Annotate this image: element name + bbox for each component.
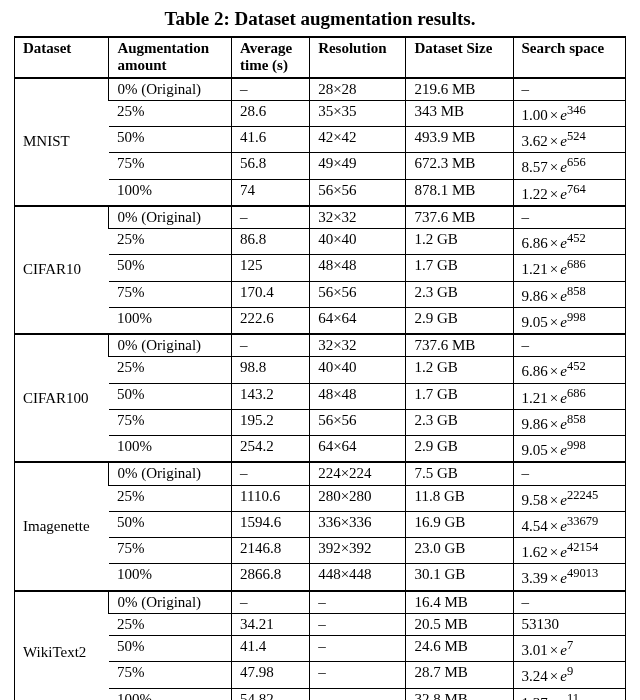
dataset-name: CIFAR100	[15, 334, 109, 462]
times-icon: ×	[548, 261, 560, 277]
time-cell: 56.8	[232, 153, 310, 179]
augmentation-cell: 50%	[109, 636, 232, 662]
time-cell: 195.2	[232, 409, 310, 435]
col-resolution: Resolution	[310, 37, 406, 78]
search-coef: 1.37	[522, 695, 548, 701]
search-coef: 1.22	[522, 186, 548, 202]
augmentation-cell: 100%	[109, 307, 232, 334]
search-exp: 33679	[567, 514, 598, 528]
resolution-cell: 64×64	[310, 436, 406, 463]
search-space-cell: 53130	[513, 613, 625, 635]
dataset-name: WikiText2	[15, 591, 109, 701]
augmentation-cell: 25%	[109, 357, 232, 383]
time-cell: 28.6	[232, 100, 310, 126]
table-caption: Table 2: Dataset augmentation results.	[14, 8, 626, 30]
resolution-cell: 49×49	[310, 153, 406, 179]
time-cell: 34.21	[232, 613, 310, 635]
augmentation-cell: 25%	[109, 485, 232, 511]
size-cell: 1.2 GB	[406, 357, 513, 383]
time-cell: –	[232, 591, 310, 614]
size-cell: 493.9 MB	[406, 127, 513, 153]
time-cell: –	[232, 206, 310, 229]
search-space-cell: 3.62×e524	[513, 127, 625, 153]
resolution-cell: 392×392	[310, 538, 406, 564]
resolution-cell: 336×336	[310, 511, 406, 537]
col-dataset: Dataset	[15, 37, 109, 78]
size-cell: 16.4 MB	[406, 591, 513, 614]
search-coef: 9.05	[522, 442, 548, 458]
time-cell: –	[232, 334, 310, 357]
size-cell: 672.3 MB	[406, 153, 513, 179]
augmentation-cell: 25%	[109, 229, 232, 255]
search-coef: 3.62	[522, 133, 548, 149]
search-space-cell: 3.01×e7	[513, 636, 625, 662]
col-size: Dataset Size	[406, 37, 513, 78]
search-base: e	[560, 133, 567, 149]
search-base: e	[560, 518, 567, 534]
time-cell: 2866.8	[232, 564, 310, 591]
search-base: e	[560, 288, 567, 304]
time-cell: 143.2	[232, 383, 310, 409]
size-cell: 11.8 GB	[406, 485, 513, 511]
augmentation-cell: 0% (Original)	[109, 334, 232, 357]
size-cell: 1.2 GB	[406, 229, 513, 255]
resolution-cell: –	[310, 688, 406, 700]
size-cell: 2.9 GB	[406, 436, 513, 463]
search-base: e	[560, 107, 567, 123]
col-augmentation: Augmentation amount	[109, 37, 232, 78]
time-cell: 1110.6	[232, 485, 310, 511]
search-base: e	[560, 261, 567, 277]
times-icon: ×	[548, 695, 560, 701]
search-coef: 9.05	[522, 314, 548, 330]
search-exp: 42154	[567, 540, 598, 554]
times-icon: ×	[548, 159, 560, 175]
augmentation-cell: 0% (Original)	[109, 78, 232, 101]
search-coef: 1.21	[522, 390, 548, 406]
times-icon: ×	[548, 314, 560, 330]
resolution-cell: 42×42	[310, 127, 406, 153]
table-row: CIFAR1000% (Original)–32×32737.6 MB–	[15, 334, 626, 357]
search-space-cell: 6.86×e452	[513, 357, 625, 383]
search-exp: 524	[567, 129, 586, 143]
search-base: e	[560, 235, 567, 251]
search-base: e	[560, 642, 567, 658]
search-coef: 6.86	[522, 363, 548, 379]
search-space-cell: 8.57×e656	[513, 153, 625, 179]
search-space-cell: 1.62×e42154	[513, 538, 625, 564]
augmentation-cell: 50%	[109, 127, 232, 153]
search-exp: 998	[567, 310, 586, 324]
resolution-cell: 448×448	[310, 564, 406, 591]
time-cell: –	[232, 462, 310, 485]
time-cell: 125	[232, 255, 310, 281]
times-icon: ×	[548, 363, 560, 379]
search-coef: 9.58	[522, 492, 548, 508]
search-coef: 3.24	[522, 668, 548, 684]
search-space-cell: –	[513, 206, 625, 229]
resolution-cell: 56×56	[310, 409, 406, 435]
search-exp: 452	[567, 359, 586, 373]
resolution-cell: –	[310, 591, 406, 614]
size-cell: 23.0 GB	[406, 538, 513, 564]
col-search: Search space	[513, 37, 625, 78]
size-cell: 2.3 GB	[406, 409, 513, 435]
search-base: e	[560, 186, 567, 202]
search-space-cell: 1.21×e686	[513, 383, 625, 409]
search-coef: 4.54	[522, 518, 548, 534]
times-icon: ×	[548, 668, 560, 684]
search-base: e	[560, 668, 567, 684]
times-icon: ×	[548, 186, 560, 202]
resolution-cell: 28×28	[310, 78, 406, 101]
col-time: Average time (s)	[232, 37, 310, 78]
augmentation-cell: 75%	[109, 153, 232, 179]
search-space-cell: 1.21×e686	[513, 255, 625, 281]
search-base: e	[560, 695, 567, 701]
search-base: e	[560, 416, 567, 432]
search-space-cell: 3.39×e49013	[513, 564, 625, 591]
search-coef: 1.00	[522, 107, 548, 123]
time-cell: 1594.6	[232, 511, 310, 537]
size-cell: 737.6 MB	[406, 206, 513, 229]
search-base: e	[560, 442, 567, 458]
search-coef: 9.86	[522, 288, 548, 304]
size-cell: 32.8 MB	[406, 688, 513, 700]
size-cell: 219.6 MB	[406, 78, 513, 101]
